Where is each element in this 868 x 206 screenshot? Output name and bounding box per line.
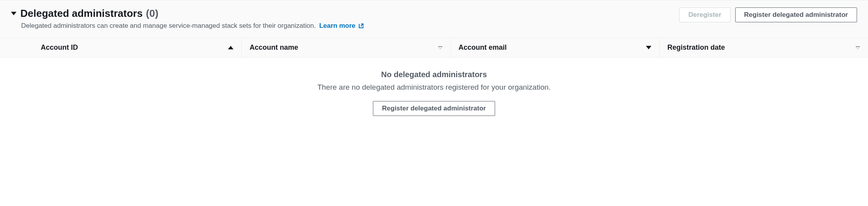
header-actions: Deregister Register delegated administra… — [679, 7, 857, 22]
empty-state: No delegated administrators There are no… — [0, 58, 868, 132]
collapse-caret-icon[interactable] — [11, 12, 16, 15]
column-label: Account ID — [41, 43, 78, 52]
table-header-row: Account ID Account name Account email Re… — [0, 38, 868, 58]
title-row: Delegated administrators (0) — [11, 7, 364, 20]
empty-title: No delegated administrators — [8, 70, 860, 79]
panel-title-count: (0) — [146, 7, 159, 19]
description-text: Delegated administrators can create and … — [21, 22, 316, 29]
external-link-icon — [358, 23, 364, 29]
sort-icon — [438, 46, 443, 49]
column-label: Registration date — [667, 43, 725, 52]
column-account-name[interactable]: Account name — [241, 38, 450, 57]
sort-desc-icon — [646, 46, 651, 49]
register-button[interactable]: Register delegated administrator — [735, 7, 857, 22]
empty-register-button[interactable]: Register delegated administrator — [373, 101, 495, 116]
learn-more-text: Learn more — [319, 22, 356, 30]
column-account-email[interactable]: Account email — [450, 38, 659, 57]
title-block: Delegated administrators (0) Delegated a… — [11, 7, 364, 30]
column-registration-date[interactable]: Registration date — [659, 38, 868, 57]
panel-title: Delegated administrators (0) — [20, 7, 158, 20]
column-account-id[interactable]: Account ID — [0, 38, 241, 57]
sort-icon — [855, 46, 860, 49]
panel-header: Delegated administrators (0) Delegated a… — [0, 0, 868, 38]
column-label: Account email — [459, 43, 507, 52]
deregister-button: Deregister — [679, 7, 730, 22]
column-label: Account name — [250, 43, 298, 52]
panel-title-text: Delegated administrators — [20, 7, 143, 19]
panel-description: Delegated administrators can create and … — [11, 22, 364, 30]
learn-more-link[interactable]: Learn more — [319, 22, 364, 30]
sort-asc-icon — [228, 46, 233, 49]
empty-description: There are no delegated administrators re… — [8, 83, 860, 92]
